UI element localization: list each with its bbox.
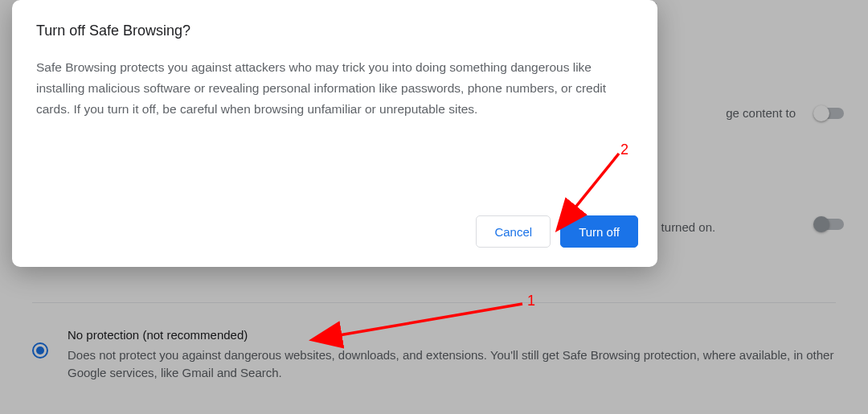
cancel-button[interactable]: Cancel [476,215,551,248]
confirm-dialog: Turn off Safe Browsing? Safe Browsing pr… [12,0,657,267]
dialog-actions: Cancel Turn off [476,215,638,248]
dialog-body: Safe Browsing protects you against attac… [36,57,633,120]
dialog-title: Turn off Safe Browsing? [36,23,633,39]
turn-off-button[interactable]: Turn off [560,215,638,248]
